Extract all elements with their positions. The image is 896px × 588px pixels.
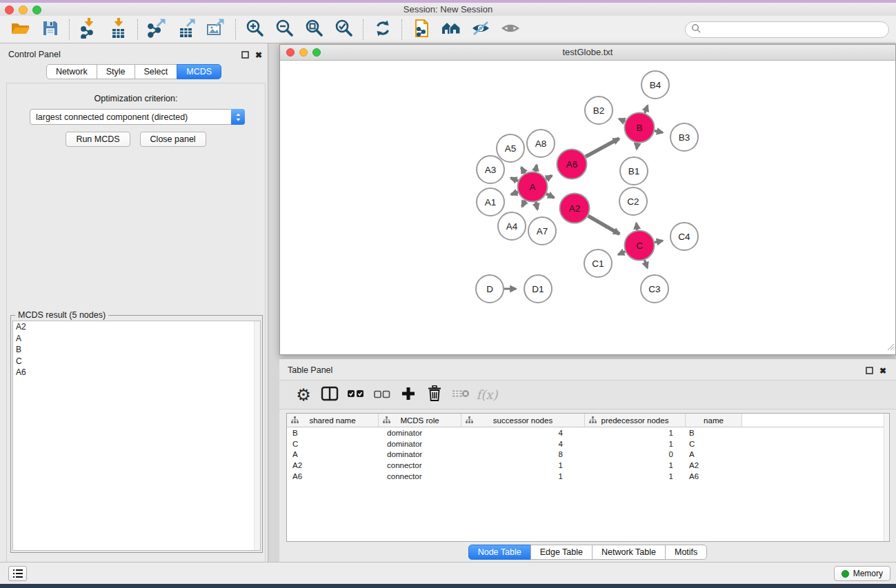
cell-name[interactable]: C — [686, 440, 742, 448]
zoom-in-button[interactable] — [240, 17, 270, 42]
cell-name[interactable]: A2 — [686, 461, 742, 469]
cell-shared-name[interactable]: A2 — [287, 461, 379, 469]
show-columns-button[interactable] — [317, 383, 343, 407]
cell-successor-nodes[interactable]: 1 — [461, 461, 585, 469]
tab-style[interactable]: Style — [97, 64, 135, 79]
export-image-button[interactable] — [201, 17, 231, 42]
table-row-A6[interactable]: A6connector11A6 — [287, 471, 889, 482]
cell-MCDS-role[interactable]: connector — [379, 461, 461, 469]
zoom-selected-button[interactable] — [329, 17, 359, 42]
tab-motifs[interactable]: Motifs — [665, 545, 707, 560]
graph-edge-A-A2[interactable] — [546, 194, 554, 198]
column-header-predecessor-nodes[interactable]: predecessor nodes — [585, 414, 686, 427]
run-mcds-button[interactable]: Run MCDS — [66, 132, 130, 147]
close-panel-icon[interactable]: ✖ — [255, 52, 262, 59]
cell-name[interactable]: B — [686, 429, 742, 437]
graph-edge-C-C4[interactable] — [655, 241, 663, 242]
graph-edge-A-A4[interactable] — [522, 201, 526, 207]
cell-successor-nodes[interactable]: 1 — [461, 472, 585, 480]
cell-predecessor-nodes[interactable]: 1 — [585, 461, 686, 469]
float-table-panel-icon[interactable] — [866, 365, 873, 377]
table-scrollbar[interactable] — [884, 414, 889, 541]
tab-edge-table[interactable]: Edge Table — [530, 545, 593, 560]
table-row-C[interactable]: Cdominator41C — [287, 438, 889, 449]
show-all-button[interactable] — [495, 17, 525, 42]
cell-predecessor-nodes[interactable]: 0 — [585, 450, 686, 458]
deselect-all-button[interactable] — [369, 383, 395, 407]
column-header-name[interactable]: name — [686, 414, 742, 427]
result-item-A[interactable]: A — [13, 333, 260, 345]
network-from-selection-button[interactable] — [406, 17, 436, 42]
tab-network[interactable]: Network — [46, 64, 97, 79]
network-zoom-button[interactable] — [312, 48, 321, 57]
graph-edge-C-C1[interactable] — [618, 252, 625, 254]
graph-edge-B-B2[interactable] — [619, 119, 625, 121]
graph-edge-B-B1[interactable] — [637, 143, 637, 149]
graph-edge-A-A6[interactable] — [546, 176, 552, 179]
result-item-A6[interactable]: A6 — [13, 367, 260, 378]
window-resize-grip[interactable] — [886, 341, 895, 354]
table-settings-button[interactable]: ⚙ — [290, 383, 317, 407]
hide-selected-button[interactable] — [466, 17, 495, 42]
cell-shared-name[interactable]: A6 — [287, 472, 379, 480]
column-header-shared-name[interactable]: shared name — [287, 414, 379, 427]
graph-edge-A-A3[interactable] — [511, 178, 519, 181]
tab-select[interactable]: Select — [135, 64, 178, 79]
network-canvas[interactable]: B4B2BB3B1A5A8A6A3AA1A2C2A4A7CC4C1C3DD1 — [280, 61, 895, 354]
graph-edge-A-A5[interactable] — [521, 168, 525, 174]
close-table-panel-icon[interactable]: ✖ — [879, 367, 886, 375]
cell-MCDS-role[interactable]: connector — [379, 472, 461, 480]
graph-edge-B-B4[interactable] — [645, 105, 648, 113]
table-row-A[interactable]: Adominator80A — [287, 449, 889, 460]
save-session-button[interactable] — [35, 17, 65, 42]
float-panel-icon[interactable] — [241, 49, 249, 61]
task-history-button[interactable] — [8, 566, 27, 581]
graph-edge-A-A7[interactable] — [536, 202, 537, 210]
zoom-out-button[interactable] — [270, 17, 299, 42]
result-list-scrollbar[interactable] — [254, 321, 260, 550]
import-table-button[interactable] — [103, 17, 133, 42]
optimization-criterion-dropdown[interactable]: largest connected component (directed) — [30, 109, 245, 125]
cell-successor-nodes[interactable]: 4 — [461, 429, 585, 437]
cell-MCDS-role[interactable]: dominator — [379, 440, 461, 448]
graph-edge-C-C3[interactable] — [644, 260, 647, 268]
network-minimize-button[interactable] — [299, 48, 308, 57]
cell-predecessor-nodes[interactable]: 1 — [585, 429, 686, 437]
export-table-button[interactable] — [172, 17, 201, 42]
graph-edge-A-A8[interactable] — [535, 165, 537, 171]
table-row-B[interactable]: Bdominator41B — [287, 427, 889, 438]
cell-name[interactable]: A — [686, 450, 742, 458]
cell-successor-nodes[interactable]: 4 — [461, 440, 585, 448]
memory-button[interactable]: Memory — [834, 566, 890, 581]
network-window-titlebar[interactable]: testGlobe.txt — [280, 45, 895, 61]
graph-edge-A2-C[interactable] — [588, 216, 619, 234]
network-close-button[interactable] — [286, 48, 295, 57]
result-item-C[interactable]: C — [13, 356, 260, 367]
cell-MCDS-role[interactable]: dominator — [379, 450, 461, 458]
result-item-B[interactable]: B — [13, 344, 260, 356]
apply-layout-button[interactable] — [368, 17, 397, 42]
cell-predecessor-nodes[interactable]: 1 — [585, 472, 686, 480]
zoom-fit-button[interactable] — [299, 17, 329, 42]
delete-columns-button[interactable] — [421, 383, 448, 407]
cell-successor-nodes[interactable]: 8 — [461, 450, 585, 458]
cell-MCDS-role[interactable]: dominator — [379, 429, 461, 437]
graph-edge-A6-B[interactable] — [586, 139, 619, 156]
add-column-button[interactable] — [395, 383, 421, 407]
search-input[interactable] — [704, 24, 883, 35]
column-header-MCDS-role[interactable]: MCDS role — [379, 414, 461, 427]
result-item-A2[interactable]: A2 — [13, 321, 260, 333]
export-network-button[interactable] — [142, 17, 172, 42]
cell-shared-name[interactable]: C — [287, 440, 379, 448]
table-row-A2[interactable]: A2connector11A2 — [287, 460, 889, 471]
select-all-button[interactable] — [343, 383, 369, 407]
close-panel-button[interactable]: Close panel — [140, 132, 206, 147]
cell-shared-name[interactable]: A — [287, 450, 379, 458]
cell-name[interactable]: A6 — [686, 472, 742, 480]
tab-network-table[interactable]: Network Table — [592, 545, 666, 560]
graph-edge-B-B3[interactable] — [655, 131, 663, 133]
open-session-button[interactable] — [6, 17, 35, 42]
first-neighbors-button[interactable] — [436, 17, 466, 42]
graph-edge-C-C2[interactable] — [636, 223, 637, 230]
column-header-successor-nodes[interactable]: successor nodes — [461, 414, 585, 427]
